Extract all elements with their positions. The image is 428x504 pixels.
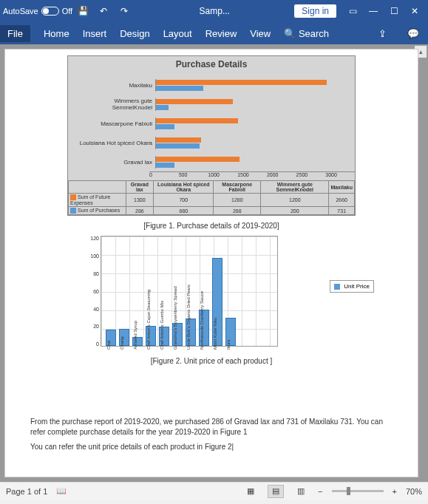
print-layout-icon[interactable]: ▤	[268, 485, 284, 498]
autosave-state: Off	[62, 7, 72, 16]
chart-purchase-details[interactable]: Purchase Details MaxilakuWimmers gute Se…	[67, 55, 356, 216]
ribbon-options-icon[interactable]: ▭	[342, 1, 363, 21]
statusbar: Page 1 of 1 📖 ▦ ▤ ▥ − + 70%	[0, 482, 428, 500]
autosave-label: AutoSave	[3, 7, 38, 16]
comments-icon[interactable]: 💬	[404, 24, 422, 42]
tab-file[interactable]: File	[0, 25, 30, 42]
tab-home[interactable]: Home	[44, 28, 69, 39]
read-mode-icon[interactable]: ▦	[242, 485, 259, 498]
tab-insert[interactable]: Insert	[83, 28, 107, 39]
tab-view[interactable]: View	[250, 28, 271, 39]
document-canvas[interactable]: ▴ Purchase Details MaxilakuWimmers gute …	[0, 44, 428, 482]
minimize-icon[interactable]: —	[363, 1, 384, 21]
share-icon[interactable]: ⇪	[373, 24, 391, 42]
zoom-level[interactable]: 70%	[406, 487, 422, 496]
figure2-caption: [Figure 2. Unit price of each product ]	[27, 357, 395, 365]
web-layout-icon[interactable]: ▥	[293, 485, 309, 498]
chart1-title: Purchase Details	[68, 56, 355, 72]
zoom-slider[interactable]	[332, 490, 384, 492]
close-icon[interactable]: ✕	[404, 1, 425, 21]
tab-review[interactable]: Review	[205, 28, 237, 39]
paragraph-2[interactable]: You can refer the unit price details of …	[30, 442, 393, 452]
signin-button[interactable]: Sign in	[294, 4, 336, 18]
document-title: Samp...	[135, 6, 294, 16]
zoom-in-button[interactable]: +	[393, 487, 397, 496]
spellcheck-icon[interactable]: 📖	[56, 486, 67, 496]
tab-design[interactable]: Design	[120, 28, 149, 39]
zoom-out-button[interactable]: −	[318, 487, 322, 496]
ribbon-tabs: File Home Insert Design Layout Review Vi…	[0, 22, 428, 44]
save-icon[interactable]: 💾	[72, 1, 93, 21]
maximize-icon[interactable]: ☐	[384, 1, 404, 21]
chart2-legend: Unit Price	[330, 280, 374, 293]
redo-icon[interactable]: ↷	[114, 1, 135, 21]
paragraph-1[interactable]: From the purchase report of 2019-2020, w…	[30, 417, 393, 437]
chart1-data-table: Gravad laxLouisiana Hot spiced OkaraMasc…	[68, 180, 355, 215]
figure1-caption: [Figure 1. Purchase details of 2019-2020…	[27, 222, 395, 230]
search-button[interactable]: 🔍 Search	[284, 28, 329, 39]
toggle-off-icon	[41, 7, 59, 16]
page: Purchase Details MaxilakuWimmers gute Se…	[4, 49, 418, 477]
page-indicator[interactable]: Page 1 of 1	[6, 487, 47, 496]
titlebar: AutoSave Off 💾 ↶ ↷ Samp... Sign in ▭ — ☐…	[0, 0, 428, 22]
autosave-toggle[interactable]: AutoSave Off	[3, 7, 72, 16]
tab-layout[interactable]: Layout	[163, 28, 192, 39]
undo-icon[interactable]: ↶	[93, 1, 114, 21]
chart-unit-price[interactable]: 020406080100120 Unit Price ChaiChangAnis…	[86, 236, 337, 351]
